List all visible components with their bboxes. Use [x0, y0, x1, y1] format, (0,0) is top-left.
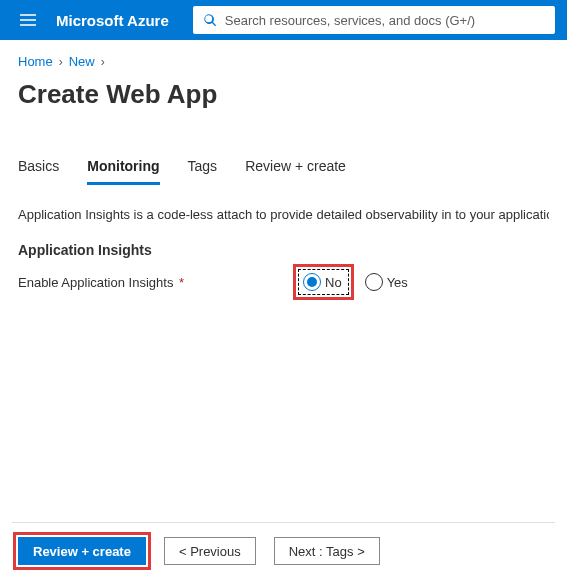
page-title: Create Web App: [18, 79, 549, 110]
svg-rect-1: [20, 19, 36, 21]
review-create-button[interactable]: Review + create: [18, 537, 146, 565]
menu-icon[interactable]: [8, 0, 48, 40]
field-label-text: Enable Application Insights: [18, 275, 173, 290]
field-label: Enable Application Insights *: [18, 275, 298, 290]
chevron-right-icon: ›: [59, 55, 63, 69]
radio-option-yes[interactable]: Yes: [359, 268, 416, 296]
top-bar: Microsoft Azure: [0, 0, 567, 40]
tab-basics[interactable]: Basics: [18, 158, 59, 185]
description-text: Application Insights is a code-less atta…: [18, 206, 549, 224]
next-button[interactable]: Next : Tags >: [274, 537, 380, 565]
brand-label[interactable]: Microsoft Azure: [56, 12, 169, 29]
radio-option-no[interactable]: No: [298, 269, 349, 295]
svg-rect-2: [20, 24, 36, 26]
tab-review-create[interactable]: Review + create: [245, 158, 346, 185]
radio-icon: [303, 273, 321, 291]
search-input[interactable]: [225, 13, 545, 28]
breadcrumb-home[interactable]: Home: [18, 54, 53, 69]
radio-icon: [365, 273, 383, 291]
tab-monitoring[interactable]: Monitoring: [87, 158, 159, 185]
tabs: Basics Monitoring Tags Review + create: [18, 158, 549, 186]
section-heading: Application Insights: [18, 242, 549, 258]
form-row-enable-app-insights: Enable Application Insights * No Yes: [18, 268, 549, 296]
required-asterisk: *: [179, 275, 184, 290]
radio-label-yes: Yes: [387, 275, 408, 290]
breadcrumb: Home › New ›: [18, 54, 549, 69]
previous-button[interactable]: < Previous: [164, 537, 256, 565]
svg-rect-0: [20, 14, 36, 16]
footer: Review + create < Previous Next : Tags >: [18, 537, 549, 565]
radio-label-no: No: [325, 275, 342, 290]
radio-group-app-insights: No Yes: [298, 268, 416, 296]
search-icon: [203, 13, 217, 27]
footer-divider: [12, 522, 555, 523]
breadcrumb-new[interactable]: New: [69, 54, 95, 69]
search-box[interactable]: [193, 6, 555, 34]
tab-tags[interactable]: Tags: [188, 158, 218, 185]
chevron-right-icon: ›: [101, 55, 105, 69]
